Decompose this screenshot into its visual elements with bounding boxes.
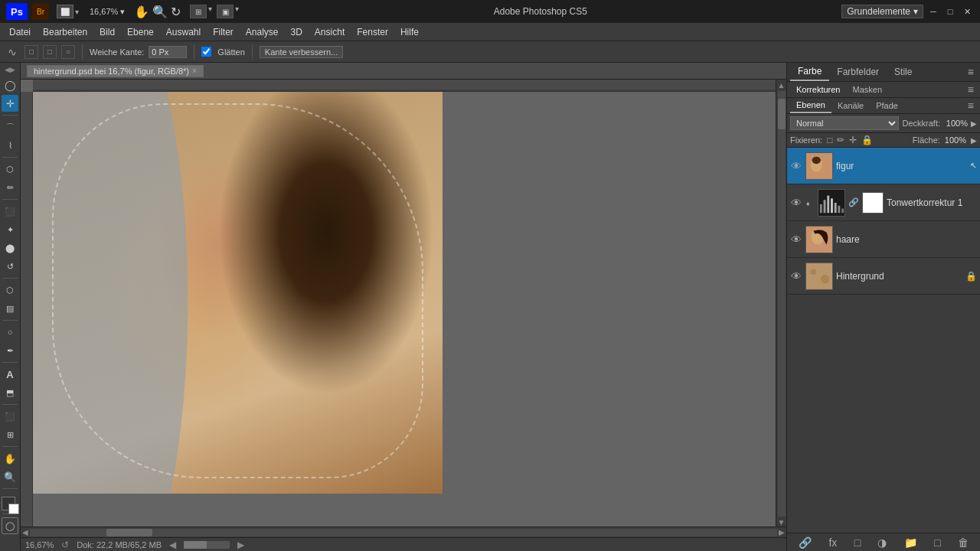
doc-tab-item[interactable]: hintergrund.psd bei 16,7% (figur, RGB/8*… (27, 65, 204, 77)
scroll-right-arrow[interactable]: ▶ (779, 528, 785, 536)
top-panel-menu[interactable]: ≡ (965, 64, 977, 80)
menu-ebene[interactable]: Ebene (121, 25, 160, 39)
move-tool[interactable]: ✛ (2, 95, 18, 112)
new-group-btn[interactable]: 📁 (902, 536, 920, 549)
hand-tool[interactable]: ✋ (134, 5, 149, 19)
refresh-btn[interactable]: ↺ (61, 540, 69, 550)
smooth-checkbox[interactable] (201, 47, 211, 57)
lasso-tool[interactable]: ⌒ (2, 119, 18, 135)
zoom-tool-sidebar[interactable]: 🔍 (2, 468, 18, 485)
round-icon[interactable]: ○ (61, 45, 75, 59)
eyedropper-tool[interactable]: ✏ (2, 179, 18, 196)
add-mask-btn[interactable]: □ (852, 536, 863, 549)
workspace-selector[interactable]: Grundelemente ▾ (841, 5, 923, 18)
horizontal-scrollbar[interactable]: ◀ ▶ (21, 527, 786, 537)
3d-tool[interactable]: ⊞ (2, 426, 18, 443)
tab-farbfelder[interactable]: Farbfelder (829, 64, 887, 80)
opacity-arrow[interactable]: ▶ (971, 119, 977, 128)
scroll-left-arrow[interactable]: ◀ (22, 528, 28, 536)
add-adjustment-btn[interactable]: ◑ (875, 536, 889, 549)
menu-analyse[interactable]: Analyse (240, 25, 285, 39)
layer-eye-haare[interactable]: 👁 (790, 233, 802, 246)
status-prev-arrow[interactable]: ◀ (169, 540, 176, 550)
lock-all-icon[interactable]: 🔒 (861, 135, 873, 145)
layer-eye-tonwert[interactable]: 👁 (790, 197, 802, 209)
layer-item-tonwert[interactable]: 👁 ⬧ 🔗 Tonw (787, 184, 980, 221)
text-tool[interactable]: A (2, 366, 18, 383)
layer-item-haare[interactable]: 👁 haare (787, 221, 980, 258)
layer-item-figur[interactable]: 👁 figur ↖ (787, 148, 980, 184)
tab-kanaele[interactable]: Kanäle (831, 99, 870, 112)
hand-tool-sidebar[interactable]: ✋ (2, 450, 18, 467)
menu-auswahl[interactable]: Auswahl (160, 25, 207, 39)
feather-input[interactable] (149, 46, 187, 58)
link-layers-btn[interactable]: 🔗 (796, 536, 814, 549)
tab-ebenen[interactable]: Ebenen (790, 98, 831, 113)
menu-bearbeiten[interactable]: Bearbeiten (37, 25, 93, 39)
tab-pfade[interactable]: Pfade (870, 99, 904, 112)
rotate-tool[interactable]: ↻ (171, 5, 181, 19)
foreground-color[interactable] (2, 497, 15, 510)
edge-improve-button[interactable]: Kante verbessern... (260, 46, 343, 58)
tab-stile[interactable]: Stile (887, 64, 920, 80)
quick-mask-btn[interactable]: ◯ (2, 517, 18, 534)
menu-3d[interactable]: 3D (285, 25, 309, 39)
zoom-tool[interactable]: 🔍 (152, 5, 168, 19)
scroll-thumb-v[interactable] (778, 99, 786, 129)
menu-filter[interactable]: Filter (207, 25, 240, 39)
zoom-indicator[interactable]: 16,67% ▾ (90, 7, 125, 17)
pen-tool[interactable]: ✒ (2, 342, 18, 359)
menu-ansicht[interactable]: Ansicht (309, 25, 351, 39)
brush-tool[interactable]: ✦ (2, 221, 18, 238)
tab-close-btn[interactable]: × (192, 67, 197, 75)
screen-mode-selector[interactable]: ⬜ (57, 5, 74, 18)
background-color[interactable] (8, 504, 19, 514)
layout-btn[interactable]: ▣ (217, 5, 234, 18)
blend-mode-select[interactable]: Normal Multiply Screen (790, 116, 899, 130)
toolbar-collapse-top[interactable]: ◀▶ (5, 66, 15, 73)
scroll-thumb-h[interactable] (106, 529, 152, 536)
tab-farbe[interactable]: Farbe (790, 63, 829, 81)
tab-korrekturen[interactable]: Korrekturen (790, 83, 846, 96)
eraser-tool[interactable]: ⬡ (2, 282, 18, 298)
clone-tool[interactable]: ⬤ (2, 240, 18, 256)
layer-item-hintergrund[interactable]: 👁 Hintergrund 🔒 (787, 258, 980, 295)
lock-transparent-icon[interactable]: □ (827, 135, 832, 145)
gradient-tool[interactable]: ▤ (2, 300, 18, 317)
shape-tool[interactable]: ⬛ (2, 408, 18, 425)
history-brush[interactable]: ↺ (2, 258, 18, 275)
add-icon[interactable]: □ (24, 45, 38, 59)
menu-datei[interactable]: Datei (3, 25, 37, 39)
lock-move-icon[interactable]: ✛ (849, 135, 857, 145)
vertical-scrollbar[interactable]: ▲ ▼ (776, 80, 786, 527)
crop-tool[interactable]: ⬡ (2, 161, 18, 178)
scroll-up-arrow[interactable]: ▲ (778, 81, 786, 90)
layer-fx-btn[interactable]: fx (826, 536, 839, 549)
status-next-arrow[interactable]: ▶ (237, 540, 244, 550)
color-swatches[interactable] (2, 494, 18, 510)
menu-fenster[interactable]: Fenster (351, 25, 394, 39)
spot-heal-tool[interactable]: ⬛ (2, 203, 18, 220)
rect-icon[interactable]: □ (43, 45, 57, 59)
flache-arrow[interactable]: ▶ (971, 136, 977, 145)
br-logo[interactable]: Br (32, 3, 49, 20)
ellipse-marquee-tool[interactable]: ◯ (2, 77, 18, 93)
layers-panel-menu[interactable]: ≡ (965, 98, 977, 113)
lock-brush-icon[interactable]: ✏ (837, 135, 844, 145)
menu-hilfe[interactable]: Hilfe (394, 25, 425, 39)
close-button[interactable]: ✕ (960, 5, 974, 18)
photo-canvas[interactable] (33, 92, 443, 494)
path-select-tool[interactable]: ⬒ (2, 384, 18, 401)
layer-eye-hintergrund[interactable]: 👁 (790, 270, 802, 282)
tab-masken[interactable]: Masken (846, 83, 888, 96)
dodge-tool[interactable]: ○ (2, 324, 18, 341)
minimize-button[interactable]: ─ (926, 5, 940, 18)
delete-layer-btn[interactable]: 🗑 (956, 536, 971, 549)
maximize-button[interactable]: □ (943, 5, 957, 18)
scroll-track-h[interactable] (30, 529, 777, 536)
scroll-track-v[interactable] (778, 91, 786, 517)
menu-bild[interactable]: Bild (93, 25, 121, 39)
quick-select-tool[interactable]: ⌇ (2, 137, 18, 154)
new-layer-btn[interactable]: □ (932, 536, 942, 549)
corrections-panel-menu[interactable]: ≡ (965, 82, 977, 97)
